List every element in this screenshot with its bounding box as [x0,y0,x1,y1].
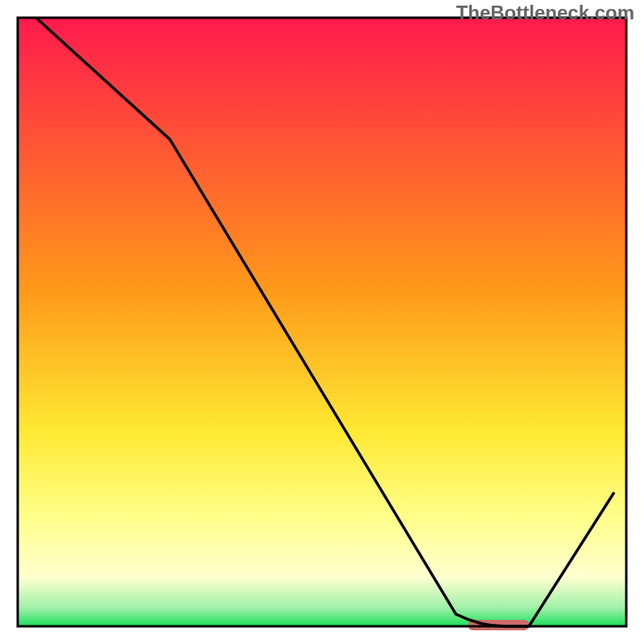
plot-background [18,18,626,626]
bottleneck-chart [0,0,644,644]
chart-container: { "watermark": "TheBottleneck.com", "cha… [0,0,644,644]
watermark-label: TheBottleneck.com [456,2,634,24]
